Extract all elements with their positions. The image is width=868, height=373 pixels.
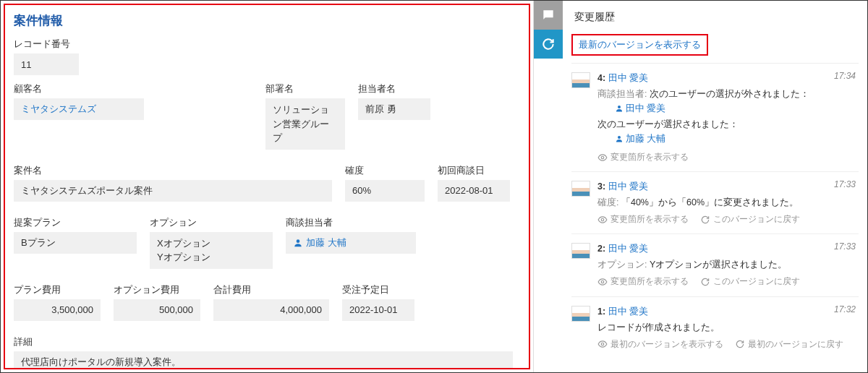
show-first-action[interactable]: 最初のバージョンを表示する [597,338,723,351]
option-value: Xオプション Yオプション [150,232,273,269]
avatar [571,243,590,259]
revert-action[interactable]: このバージョンに戻す [700,213,800,226]
history-user-link[interactable]: 田中 愛美 [608,244,648,254]
plan-value: Bプラン [14,232,137,254]
revert-icon [700,277,710,287]
total-cost-value: 4,000,000 [213,299,329,321]
history-panel: 変更履歴 最新のバージョンを表示する 4: 田中 愛美 商談担当者: 次のユーザ… [533,1,867,372]
person-icon [293,238,303,248]
avatar [571,181,590,197]
detail-value: 代理店向けポータルの新規導入案件。 [14,351,513,370]
added-user-chip[interactable]: 加藤 大輔 [615,132,665,146]
person-icon [615,134,624,143]
eye-icon [597,215,608,225]
show-changes-action[interactable]: 変更箇所を表示する [597,213,689,226]
show-changes-action[interactable]: 変更箇所を表示する [597,275,689,288]
svg-point-4 [601,218,604,221]
customer-value[interactable]: ミヤタシステムズ [14,98,144,120]
history-tab-button[interactable] [534,30,563,59]
case-info-panel: 案件情報 レコード番号 11 顧客名 ミヤタシステムズ 部署名 ソリューション営… [4,4,530,369]
show-changes-action[interactable]: 変更箇所を表示する [597,150,689,164]
contact-value: 前原 勇 [358,98,430,120]
eye-icon [597,339,608,349]
history-time: 17:32 [834,304,856,314]
option-label: オプション [150,216,273,229]
comment-icon [541,8,556,22]
first-date-label: 初回商談日 [438,164,510,177]
svg-point-6 [601,343,604,346]
avatar [571,306,590,322]
history-title: 変更履歴 [574,11,859,24]
option-cost-value: 500,000 [114,299,200,321]
first-date-value: 2022-08-01 [438,180,510,202]
eye-icon [597,153,608,163]
option-value-2: Yオプション [157,250,210,265]
history-time: 17:33 [834,241,856,252]
record-no-value: 11 [14,53,79,75]
department-value: ソリューション営業グループ [265,98,345,150]
deal-name-label: 案件名 [14,164,332,177]
history-time: 17:34 [834,71,856,81]
svg-point-0 [297,239,300,243]
plan-cost-label: プラン費用 [14,283,101,296]
option-value-1: Xオプション [157,236,210,251]
svg-point-3 [601,156,604,159]
latest-version-link[interactable]: 最新のバージョンを表示する [579,39,701,50]
plan-label: 提案プラン [14,216,137,229]
order-date-label: 受注予定日 [342,283,414,296]
history-item: 1: 田中 愛美 レコードが作成されました。 最初のバージョンを表示する 最初の… [571,296,859,359]
option-cost-label: オプション費用 [114,283,200,296]
history-user-link[interactable]: 田中 愛美 [608,306,648,317]
plan-cost-value: 3,500,000 [14,299,101,321]
probability-label: 確度 [345,164,425,177]
person-icon [615,104,624,113]
svg-point-2 [618,136,621,139]
section-title: 案件情報 [14,12,520,29]
order-date-value: 2022-10-01 [342,299,414,321]
eye-icon [597,277,608,287]
revert-icon [735,339,745,349]
svg-point-5 [601,280,604,283]
latest-version-link-box: 最新のバージョンを表示する [571,34,708,56]
icon-column [534,1,563,372]
history-user-link[interactable]: 田中 愛美 [608,181,648,192]
history-column: 変更履歴 最新のバージョンを表示する 4: 田中 愛美 商談担当者: 次のユーザ… [563,1,867,372]
revert-action[interactable]: このバージョンに戻す [700,275,800,288]
probability-value: 60% [345,180,425,202]
avatar [571,72,590,88]
history-item: 2: 田中 愛美 オプション: Yオプションが選択されました。 変更箇所を表示す… [571,233,859,296]
comment-tab-button[interactable] [534,1,563,30]
department-label: 部署名 [265,82,345,95]
revert-icon [700,215,710,225]
removed-user-chip[interactable]: 田中 愛美 [615,101,665,116]
sales-rep-label: 商談担当者 [286,216,416,229]
refresh-icon [541,37,556,51]
detail-label: 詳細 [14,335,520,348]
contact-label: 担当者名 [358,82,430,95]
deal-name-value: ミヤタシステムズポータル案件 [14,180,332,202]
total-cost-label: 合計費用 [213,283,329,296]
revert-first-action[interactable]: 最初のバージョンに戻す [735,338,843,351]
sales-rep-user-chip[interactable]: 加藤 大輔 [293,236,346,249]
history-item: 3: 田中 愛美 確度: 「40%」から「60%」に変更されました。 変更箇所を… [571,171,859,233]
history-time: 17:33 [834,179,856,189]
svg-point-1 [618,106,621,108]
history-user-link[interactable]: 田中 愛美 [608,73,648,83]
customer-label: 顧客名 [14,82,144,95]
sales-rep-value: 加藤 大輔 [286,232,416,254]
record-no-label: レコード番号 [14,38,520,51]
history-item: 4: 田中 愛美 商談担当者: 次のユーザーの選択が外されました： 田中 愛美 … [571,63,859,171]
